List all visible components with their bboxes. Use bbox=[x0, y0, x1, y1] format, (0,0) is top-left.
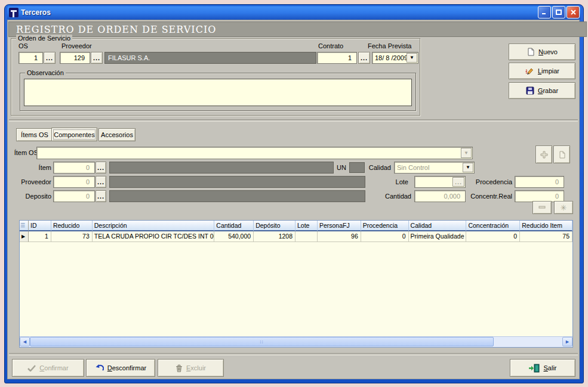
tab-label: Ítems OS bbox=[21, 131, 48, 138]
horizontal-scrollbar[interactable]: ◄ ⁞⁞ ► bbox=[20, 336, 572, 347]
proveedor-detail-input[interactable]: 0 bbox=[53, 176, 95, 188]
scrollbar-track[interactable] bbox=[494, 337, 562, 347]
deposito-display bbox=[109, 190, 365, 202]
grid-col-header: Reducido bbox=[51, 221, 93, 231]
proveedor-detail-lookup-button[interactable]: ... bbox=[96, 176, 106, 188]
app-icon bbox=[9, 8, 19, 17]
ellipsis-icon: ... bbox=[97, 194, 104, 199]
grid-col-header: PersonaFJ bbox=[318, 221, 361, 231]
desconfirmar-label: Desconfirmar bbox=[107, 364, 146, 371]
grabar-button[interactable]: Grabar bbox=[509, 82, 575, 99]
refresh-asterisk-button[interactable]: ✳ bbox=[554, 201, 573, 214]
grid-cell[interactable]: 540,000 bbox=[214, 231, 254, 242]
grid-cell[interactable]: 1208 bbox=[254, 231, 295, 242]
nuevo-label: Nuevo bbox=[538, 48, 558, 55]
grid-col-header: Calidad bbox=[409, 221, 467, 231]
grid-col-header: ID bbox=[29, 221, 51, 231]
salir-button[interactable]: Salir bbox=[510, 359, 575, 377]
calidad-value: Sin Control bbox=[397, 164, 429, 171]
concentr-real-label: Concentr.Real bbox=[464, 193, 512, 200]
concentr-real-input[interactable]: 0 bbox=[515, 190, 564, 202]
limpiar-label: Limpiar bbox=[538, 67, 559, 75]
observacion-textarea[interactable] bbox=[24, 79, 412, 106]
proveedor-detail-display bbox=[109, 176, 365, 188]
fecha-prevista-picker[interactable]: 18/ 8 /2009 ▼ bbox=[372, 52, 418, 64]
excluir-label: Excluir bbox=[186, 364, 206, 371]
new-document-icon bbox=[527, 48, 535, 56]
grid-cell[interactable]: 0 bbox=[466, 231, 520, 242]
grid-cell[interactable]: 0 bbox=[361, 231, 409, 242]
minimize-button[interactable] bbox=[538, 6, 551, 18]
tab-accesorios[interactable]: Accesorios bbox=[98, 128, 136, 141]
components-grid: ☰IDReducidoDescripciónCantidadDepósitoLo… bbox=[19, 220, 573, 348]
item-os-dropdown-icon[interactable]: ▼ bbox=[461, 148, 472, 158]
desconfirmar-button[interactable]: Desconfirmar bbox=[86, 359, 155, 377]
ellipsis-icon: ... bbox=[455, 179, 462, 184]
item-lookup-button[interactable]: ... bbox=[96, 162, 106, 174]
proveedor-input[interactable]: 129 bbox=[60, 52, 90, 64]
check-icon bbox=[27, 365, 36, 371]
tab-componentes[interactable]: Componentes bbox=[51, 128, 97, 141]
contrato-label: Contrato bbox=[318, 42, 343, 49]
limpiar-button[interactable]: Limpiar bbox=[509, 63, 575, 79]
contrato-input[interactable]: 1 bbox=[317, 52, 357, 64]
row-marker-icon[interactable]: ▶ bbox=[20, 231, 29, 242]
excluir-button[interactable]: Excluir bbox=[158, 359, 224, 377]
os-lookup-button[interactable]: ... bbox=[44, 52, 56, 64]
close-button[interactable] bbox=[567, 6, 580, 18]
fecha-prevista-label: Fecha Prevista bbox=[368, 42, 411, 49]
ellipsis-icon: ... bbox=[93, 55, 100, 60]
grid-col-header: Procedencia bbox=[361, 221, 409, 231]
remove-row-button[interactable] bbox=[532, 201, 552, 214]
item-input[interactable]: 0 bbox=[53, 162, 95, 174]
deposito-label: Deposito bbox=[9, 193, 51, 200]
plus-icon bbox=[540, 151, 548, 159]
proveedor-lookup-button[interactable]: ... bbox=[91, 52, 103, 64]
deposito-input[interactable]: 0 bbox=[53, 190, 95, 202]
undo-arrow-icon bbox=[95, 364, 104, 371]
cantidad-input[interactable]: 0,000 bbox=[414, 190, 466, 202]
table-row[interactable]: ▶173TELA CRUDA PROPIO CIR TC/DES INT 005… bbox=[20, 231, 572, 242]
nuevo-button[interactable]: Nuevo bbox=[509, 44, 575, 60]
calidad-dropdown-icon[interactable]: ▼ bbox=[463, 163, 473, 172]
lote-input[interactable]: ... bbox=[414, 176, 466, 188]
un-label: UN bbox=[337, 164, 346, 171]
contrato-lookup-button[interactable]: ... bbox=[358, 52, 370, 64]
grid-col-header: Lote bbox=[295, 221, 318, 231]
maximize-button[interactable] bbox=[552, 6, 565, 18]
proveedor-label: Proveedor bbox=[61, 42, 92, 49]
item-desc-display bbox=[109, 162, 334, 174]
footer-divider bbox=[9, 353, 578, 355]
procedencia-input[interactable]: 0 bbox=[515, 176, 564, 188]
os-input[interactable]: 1 bbox=[19, 52, 43, 64]
scroll-right-icon[interactable]: ► bbox=[562, 337, 572, 346]
deposito-lookup-button[interactable]: ... bbox=[96, 190, 106, 202]
tab-label: Accesorios bbox=[101, 131, 133, 138]
fecha-prevista-value: 18/ 8 /2009 bbox=[375, 54, 408, 61]
grid-cell[interactable]: 73 bbox=[51, 231, 93, 242]
cantidad-label: Cantidad bbox=[366, 193, 411, 200]
grid-cell[interactable]: 96 bbox=[318, 231, 361, 242]
tab-items-os[interactable]: Ítems OS bbox=[16, 128, 53, 141]
grid-col-header: Descripción bbox=[93, 221, 215, 231]
grid-cell[interactable]: TELA CRUDA PROPIO CIR TC/DES INT 00 bbox=[93, 231, 215, 242]
grid-cell[interactable]: Primeira Qualidade bbox=[409, 231, 467, 242]
grabar-label: Grabar bbox=[538, 87, 558, 94]
scrollbar-thumb[interactable]: ⁞⁞ bbox=[30, 337, 494, 346]
calidad-combo[interactable]: Sin Control ▼ bbox=[394, 162, 475, 174]
grid-cell[interactable]: 75 bbox=[520, 231, 572, 242]
item-os-combo[interactable]: ▼ bbox=[36, 147, 473, 159]
section-divider bbox=[9, 119, 578, 122]
add-row-button[interactable] bbox=[535, 145, 552, 163]
proveedor-detail-label: Proveedor bbox=[9, 178, 51, 185]
salir-label: Salir bbox=[543, 364, 556, 371]
lote-lookup-button[interactable]: ... bbox=[452, 177, 464, 187]
proveedor-name-display: FILASUR S.A. bbox=[104, 52, 316, 64]
ellipsis-icon: ... bbox=[97, 165, 104, 170]
new-item-button[interactable] bbox=[553, 145, 570, 163]
scroll-left-icon[interactable]: ◄ bbox=[20, 337, 30, 346]
grid-cell[interactable] bbox=[295, 231, 318, 242]
confirmar-button[interactable]: Confirmar bbox=[12, 359, 84, 377]
calendar-dropdown-icon[interactable]: ▼ bbox=[407, 53, 417, 63]
grid-cell[interactable]: 1 bbox=[29, 231, 51, 242]
